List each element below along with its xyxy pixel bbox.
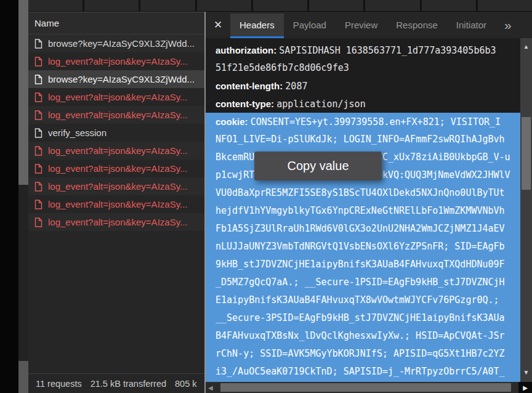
request-name: log_event?alt=json&key=AIzaSy...: [48, 217, 188, 227]
top-cell-strip: [28, 0, 532, 12]
header-value: NFO1_LIVE=Di-pSlUKdJk; LOGIN_INFO=AFmmF2…: [216, 134, 505, 145]
request-count: 11 requests: [36, 379, 82, 389]
header-value: SAPISIDHASH 1638563771_1d777a393405b6b3: [279, 45, 496, 56]
request-name: log_event?alt=json&key=AIzaSy...: [48, 56, 188, 67]
request-name: log_event?alt=json&key=AIzaSy...: [48, 110, 188, 120]
header-value: i3_/AuOC5eaK0719CkTnD; SAPISID=j_-MrRTpy…: [216, 366, 505, 377]
request-row[interactable]: verify_session: [28, 124, 204, 142]
header-value: __Secure-3PSID=EAgFb9kHB_stJ7DVZNCjHE1ai…: [216, 312, 505, 323]
tab-response[interactable]: Response: [387, 14, 447, 38]
header-value: Fb1A5SjZ3UlRraUh1RWd6V0lGX3o2UnU2NHA2WmJ…: [216, 223, 505, 234]
header-line: 51f21e5de86fb7c8d06c9fe3: [216, 59, 520, 77]
request-name: log_event?alt=json&key=AIzaSy...: [48, 199, 188, 209]
tab-payload[interactable]: Payload: [284, 14, 336, 38]
top-strip-cell: [309, 0, 363, 11]
header-line: VU0dBaXprRE5MZFI5SE8yS1BScTU4OXlDekd5NXJ…: [216, 184, 520, 202]
request-name: log_event?alt=json&key=AIzaSy...: [48, 181, 188, 192]
request-row[interactable]: log_event?alt=json&key=AIzaSy...: [28, 106, 204, 124]
header-value: rChN-y; SSID=AVK5MGyYbKORJNIfS; APISID=q…: [216, 348, 505, 359]
scroll-up-icon[interactable]: ▲: [520, 41, 532, 51]
devtools-window: Name browse?key=AIzaSyC9XL3ZjWdd... log_…: [0, 0, 532, 393]
header-name: authorization:: [216, 45, 279, 55]
top-strip-cell: [28, 0, 83, 11]
header-line: B4FAHvuxqTXBsNx_lDvQclKghesxwIyXw.; HSID…: [216, 327, 520, 345]
tab-headers[interactable]: Headers: [230, 14, 284, 38]
top-strip-cell: [253, 0, 307, 11]
headers-content: authorization: SAPISIDHASH 1638563771_1d…: [206, 38, 520, 382]
h-scrollbar-thumb[interactable]: [220, 383, 511, 392]
document-icon: [34, 39, 42, 49]
copy-value-label: Copy value: [287, 159, 349, 173]
scroll-down-icon[interactable]: ▼: [520, 367, 532, 377]
document-icon: [34, 217, 42, 227]
header-name: content-type:: [216, 99, 276, 109]
header-line: E1aipyBnifsK3AUaB4FAHvuxqTX8wVOwtmWJYCFv…: [216, 291, 520, 309]
left-gutter: [0, 0, 18, 393]
more-tabs-icon[interactable]: »: [504, 12, 512, 38]
request-name: browse?key=AIzaSyC9XL3ZjWdd...: [48, 38, 195, 49]
header-value: nLUJJaUNYZ3VmbTdNRGVtQ1VsbENsOXl6YzZPSnF…: [216, 241, 505, 252]
request-row[interactable]: log_event?alt=json&key=AIzaSy...: [28, 88, 204, 106]
request-row[interactable]: browse?key=AIzaSyC9XL3ZjWdd...: [28, 34, 204, 52]
header-line: cookie: CONSENT=YES+yt.399739558.en+FX+8…: [216, 113, 520, 131]
header-value: 9kHB_stJ7DVZNCjHE1aipyBnifsK3AUaB4FAHvux…: [216, 259, 505, 270]
header-line: content-type: application/json: [216, 95, 520, 113]
header-value: CONSENT=YES+yt.399739558.en+FX+821; VISI…: [251, 116, 501, 128]
request-list: browse?key=AIzaSyC9XL3ZjWdd... log_event…: [28, 34, 204, 373]
document-icon: [34, 164, 42, 174]
request-row[interactable]: log_event?alt=json&key=AIzaSy...: [28, 52, 204, 70]
outer-scrollbar-bottom[interactable]: [18, 361, 28, 393]
document-icon: [34, 182, 42, 192]
header-line: hejdfV1hYVmgyblkyTGx6YnpCRExNeGtNRElLbFo…: [216, 202, 520, 220]
request-name: verify_session: [48, 128, 107, 138]
request-row[interactable]: log_event?alt=json&key=AIzaSy...: [28, 177, 204, 195]
request-row[interactable]: log_event?alt=json&key=AIzaSy...: [28, 160, 204, 177]
details-vertical-scrollbar[interactable]: ▲ ▼: [520, 38, 532, 382]
header-value: E1aipyBnifsK3AUaB4FAHvuxqTX8wVOwtmWJYCFv…: [216, 294, 499, 306]
tab-initiator[interactable]: Initiator: [447, 14, 496, 38]
header-line: i3_/AuOC5eaK0719CkTnD; SAPISID=j_-MrRTpy…: [216, 363, 520, 381]
request-row[interactable]: log_event?alt=json&key=AIzaSy...: [28, 213, 204, 231]
request-name: log_event?alt=json&key=AIzaSy...: [48, 92, 188, 102]
request-name: log_event?alt=json&key=AIzaSy...: [48, 145, 188, 156]
request-row[interactable]: browse?key=AIzaSyC9XL3ZjWdd...: [28, 70, 204, 88]
request-name: browse?key=AIzaSyC9XL3ZjWdd...: [48, 74, 195, 84]
document-icon: [34, 110, 42, 120]
document-icon: [34, 75, 42, 84]
header-line: __Secure-3PSID=EAgFb9kHB_stJ7DVZNCjHE1ai…: [216, 309, 520, 327]
request-details-panel: ✕ Headers Payload Preview Response Initi…: [206, 12, 532, 393]
header-value: VU0dBaXprRE5MZFI5SE8yS1BScTU4OXlDekd5NXJ…: [216, 187, 505, 198]
outer-scrollbar-thumb[interactable]: [18, 0, 28, 185]
scroll-right-icon[interactable]: ▶: [518, 382, 532, 393]
header-entries: authorization: SAPISIDHASH 1638563771_1d…: [206, 38, 520, 113]
scroll-left-icon[interactable]: ◀: [208, 382, 213, 393]
top-strip-cell: [140, 0, 195, 11]
document-icon: [34, 57, 42, 67]
header-line: Fb1A5SjZ3UlRraUh1RWd6V0lGX3o2UnU2NHA2WmJ…: [216, 220, 520, 238]
request-row[interactable]: log_event?alt=json&key=AIzaSy...: [28, 142, 204, 160]
request-row[interactable]: log_event?alt=json&key=AIzaSy...: [28, 195, 204, 213]
header-value: 2087: [285, 81, 307, 92]
header-name: content-length:: [216, 81, 285, 91]
transferred-size: 21.5 kB transferred: [91, 379, 166, 389]
details-tab-bar: ✕ Headers Payload Preview Response Initi…: [206, 12, 532, 38]
header-line: _D5MZ7gQcQ7aA.; __Secure-1PSID=EAgFb9kHB…: [216, 273, 520, 291]
header-line: nLUJJaUNYZ3VmbTdNRGVtQ1VsbENsOXl6YzZPSnF…: [216, 238, 520, 256]
document-icon: [34, 92, 42, 102]
top-strip-cell: [422, 0, 476, 11]
network-summary-bar: 11 requests 21.5 kB transferred 805 k: [28, 373, 204, 393]
v-scrollbar-thumb[interactable]: [522, 117, 531, 190]
outer-vertical-scrollbar[interactable]: [18, 0, 28, 393]
header-value: application/json: [276, 99, 366, 110]
details-horizontal-scrollbar[interactable]: ◀ ▶: [206, 382, 532, 393]
name-column-header[interactable]: Name: [28, 12, 204, 34]
top-strip-cell: [197, 0, 251, 11]
tab-preview[interactable]: Preview: [336, 14, 387, 38]
header-value: hejdfV1hYVmgyblkyTGx6YnpCRExNeGtNRElLbFo…: [216, 205, 505, 216]
header-line: rChN-y; SSID=AVK5MGyYbKORJNIfS; APISID=q…: [216, 345, 520, 363]
network-request-panel: Name browse?key=AIzaSyC9XL3ZjWdd... log_…: [28, 12, 204, 393]
document-icon: [34, 146, 42, 156]
resources-size: 805 k: [175, 379, 196, 389]
copy-value-tooltip[interactable]: Copy value: [254, 152, 382, 180]
close-icon[interactable]: ✕: [206, 12, 230, 38]
